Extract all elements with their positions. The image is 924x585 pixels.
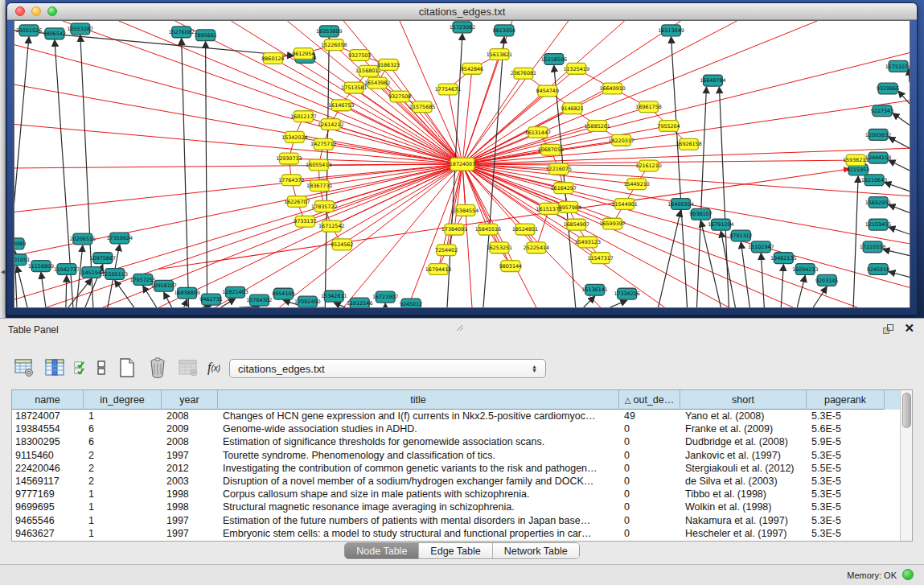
network-node[interactable]: 15692951 (865, 197, 891, 208)
table-row[interactable]: 946362711997Embryonic stem cells: a mode… (12, 527, 900, 540)
table-row[interactable]: 969969511998Structural magnetic resonanc… (12, 501, 900, 513)
tab-node-table[interactable]: Node Table (345, 543, 419, 558)
network-node[interactable]: 23676081 (511, 68, 536, 79)
network-node[interactable]: 8454749 (536, 85, 559, 97)
network-node[interactable]: 9733137 (294, 216, 316, 227)
network-node[interactable]: 9327508 (388, 91, 411, 102)
network-node[interactable]: 18724007 (450, 158, 475, 171)
table-source-select[interactable]: citations_edges.txt ▲▼ (229, 359, 546, 378)
split-resize-grip[interactable] (455, 320, 465, 328)
network-node[interactable]: 15449210 (623, 179, 649, 190)
network-node[interactable]: 11544901 (611, 199, 637, 210)
network-node[interactable]: 9938107 (689, 208, 712, 220)
network-node[interactable]: 16210643 (861, 175, 887, 186)
network-node[interactable]: 9542846 (461, 63, 483, 74)
network-node[interactable]: 16409354 (667, 199, 693, 210)
network-node[interactable]: 11325419 (564, 63, 589, 74)
network-node[interactable]: 12161210 (635, 160, 661, 171)
network-node[interactable]: 15136141 (581, 284, 607, 295)
network-node[interactable]: 17754671 (435, 84, 461, 95)
panel-collapse-arrow-icon[interactable]: ◀ (0, 267, 6, 277)
column-header-year[interactable]: year (162, 390, 218, 410)
network-node[interactable]: 9245012 (400, 299, 422, 307)
network-node[interactable]: 7955204 (657, 121, 680, 132)
window-title-bar[interactable]: citations_edges.txt (7, 3, 917, 20)
new-table-icon[interactable] (116, 356, 138, 379)
network-node[interactable]: 12821403 (222, 286, 248, 298)
table-row[interactable]: 946554611997Estimation of the future num… (12, 514, 900, 527)
network-node[interactable]: 18220317 (608, 134, 634, 146)
network-node[interactable]: 16712542 (318, 220, 344, 232)
network-node[interactable]: 16648784 (700, 75, 725, 86)
network-node[interactable]: 16854907 (564, 219, 589, 230)
network-node[interactable]: 15384554 (453, 204, 478, 216)
network-node[interactable]: 10553287 (68, 23, 93, 35)
function-builder-icon[interactable]: f(x) (207, 356, 220, 379)
column-header-out-degree[interactable]: △out_de… (619, 390, 680, 410)
network-node[interactable]: 16926158 (676, 138, 701, 150)
network-node[interactable]: 16513049 (658, 25, 684, 36)
column-header-short[interactable]: short (680, 390, 807, 410)
network-node[interactable]: 12444158 (865, 152, 891, 163)
network-node[interactable]: 16838809 (174, 287, 199, 299)
network-node[interactable]: 16253251 (487, 242, 512, 253)
network-node[interactable]: 16599397 (599, 218, 625, 229)
network-node[interactable]: 17210358 (860, 241, 885, 253)
table-row[interactable]: 2242004622012Investigating the contribut… (12, 462, 900, 475)
table-row[interactable]: 1938455462009Genome-wide association stu… (12, 422, 900, 435)
network-node[interactable]: 21575685 (409, 101, 435, 113)
network-node[interactable]: 7254402 (435, 245, 458, 256)
network-node[interactable]: 16961758 (635, 101, 661, 113)
network-node[interactable]: 15845516 (475, 224, 501, 235)
tab-edge-table[interactable]: Edge Table (419, 543, 492, 558)
network-node[interactable]: 9327503 (348, 50, 371, 61)
network-node[interactable]: 15342024 (281, 131, 307, 142)
network-node[interactable]: 16131447 (525, 127, 551, 138)
network-node[interactable]: 8860124 (261, 53, 284, 64)
network-node[interactable]: 15938211 (843, 154, 869, 166)
network-node[interactable]: 16164297 (551, 183, 577, 194)
network-node[interactable]: 15218506 (541, 54, 567, 65)
network-node[interactable]: 18367731 (306, 180, 332, 192)
tab-network-table[interactable]: Network Table (493, 543, 579, 558)
network-node[interactable]: 17764372 (278, 175, 304, 186)
select-column-icon[interactable] (43, 356, 66, 379)
network-node[interactable]: 11942737 (54, 264, 80, 275)
network-node[interactable]: 8954109 (272, 288, 294, 299)
network-node[interactable]: 17513581 (341, 82, 367, 93)
network-node[interactable]: 15613821 (487, 49, 512, 60)
network-node[interactable]: 17092450 (294, 296, 320, 307)
network-node[interactable]: 17835722 (311, 200, 337, 212)
network-node[interactable]: 23001526 (16, 25, 42, 36)
table-row[interactable]: 1872400712008Changes of HCN gene express… (12, 410, 900, 422)
table-row[interactable]: 1456911722003Disruption of a novel membe… (12, 475, 900, 488)
network-node[interactable]: 16012177 (290, 111, 316, 122)
delete-table-icon[interactable] (146, 356, 169, 379)
network-node[interactable]: 16055413 (306, 159, 331, 171)
network-node[interactable]: 15885201 (584, 121, 610, 132)
network-node[interactable]: 9227343 (871, 105, 893, 117)
network-node[interactable]: 16053809 (316, 26, 342, 37)
column-header-in-degree[interactable]: in_degree (84, 390, 162, 410)
network-node[interactable]: 25225414 (524, 242, 549, 253)
column-header-name[interactable]: name (12, 390, 84, 410)
network-node[interactable]: 16543982 (364, 77, 390, 89)
network-node[interactable]: 16794413 (425, 264, 451, 275)
network-node[interactable]: 9203145 (815, 274, 838, 286)
close-panel-icon[interactable]: ✕ (904, 321, 914, 336)
float-panel-icon[interactable] (883, 324, 895, 335)
network-node[interactable]: 11547317 (587, 253, 613, 264)
network-node[interactable]: 15764302 (246, 295, 272, 306)
network-node[interactable]: 15723082 (450, 22, 475, 33)
network-node[interactable]: 9462735 (199, 294, 222, 305)
network-node[interactable]: 16146753 (328, 100, 354, 111)
network-node[interactable]: 12614212 (318, 119, 343, 130)
network-canvas[interactable]: 2300152698065421055328715276082789566116… (14, 20, 910, 308)
network-node[interactable]: 15276082 (168, 27, 194, 38)
network-node[interactable]: 16151372 (536, 203, 562, 214)
network-node[interactable]: 9524562 (331, 239, 353, 250)
network-node[interactable]: 10687053 (538, 144, 564, 155)
network-node[interactable]: 12093832 (865, 129, 891, 140)
vertical-scrollbar[interactable] (900, 390, 912, 541)
network-node[interactable]: 9134089 (14, 238, 26, 249)
